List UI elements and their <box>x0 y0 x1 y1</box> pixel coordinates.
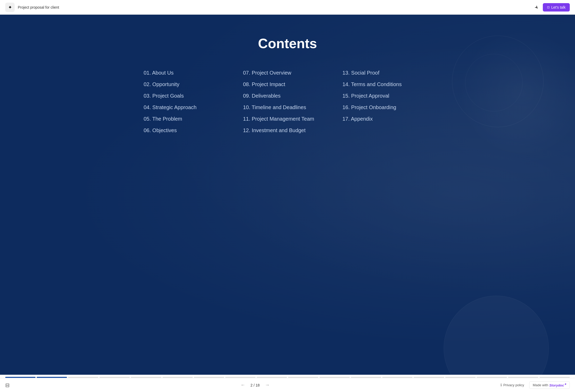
list-item[interactable]: 14. Terms and Conditions <box>342 79 431 90</box>
list-item[interactable]: 16. Project Onboarding <box>342 102 431 113</box>
contents-section: Contents 01. About Us 02. Opportunity 03… <box>0 15 575 375</box>
lets-talk-icon: ⊡ <box>547 5 550 9</box>
monitor-icon: ⊟ <box>5 382 10 388</box>
lets-talk-button[interactable]: ⊡ Let's talk <box>543 3 570 12</box>
list-item[interactable]: 06. Objectives <box>144 125 233 136</box>
logo-button[interactable]: ✦ <box>5 3 15 12</box>
footer-right: ℹ Privacy policy Made with Storydoc✦ <box>500 381 570 389</box>
privacy-policy-link[interactable]: ℹ Privacy policy <box>500 383 524 387</box>
contents-column-2: 07. Project Overview 08. Project Impact … <box>243 67 332 136</box>
made-with-label: Made with <box>533 383 548 387</box>
lets-talk-label: Let's talk <box>551 5 566 9</box>
list-item[interactable]: 11. Project Management Team <box>243 113 332 125</box>
list-item[interactable]: 07. Project Overview <box>243 67 332 79</box>
list-item[interactable]: 02. Opportunity <box>144 79 233 90</box>
contents-grid: 01. About Us 02. Opportunity 03. Project… <box>144 67 431 136</box>
list-item[interactable]: 10. Timeline and Deadlines <box>243 102 332 113</box>
app-footer: ⊟ ← 2 / 18 → ℹ Privacy policy Made with … <box>0 378 575 392</box>
send-icon[interactable]: ➤ <box>533 4 540 10</box>
app-header: ✦ Project proposal for client ➤ ⊡ Let's … <box>0 0 575 15</box>
storydoc-brand: Storydoc✦ <box>549 383 566 387</box>
privacy-policy-label: Privacy policy <box>503 383 524 387</box>
header-right: ➤ ⊡ Let's talk <box>535 3 570 12</box>
list-item[interactable]: 01. About Us <box>144 67 233 79</box>
main-content: Contents 01. About Us 02. Opportunity 03… <box>0 15 575 375</box>
list-item[interactable]: 08. Project Impact <box>243 79 332 90</box>
prev-page-button[interactable]: ← <box>238 381 247 389</box>
footer-left: ⊟ <box>5 382 10 388</box>
next-page-button[interactable]: → <box>263 381 272 389</box>
contents-column-3: 13. Social Proof 14. Terms and Condition… <box>342 67 431 136</box>
list-item[interactable]: 12. Investment and Budget <box>243 125 332 136</box>
info-icon: ℹ <box>500 383 502 387</box>
progress-bar-area <box>0 375 575 378</box>
document-title: Project proposal for client <box>18 5 59 9</box>
list-item[interactable]: 15. Project Approval <box>342 90 431 102</box>
list-item[interactable]: 03. Project Goals <box>144 90 233 102</box>
footer-center: ← 2 / 18 → <box>238 381 272 389</box>
decorative-circle-2 <box>465 54 523 111</box>
list-item[interactable]: 13. Social Proof <box>342 67 431 79</box>
page-indicator: 2 / 18 <box>250 383 260 387</box>
contents-column-1: 01. About Us 02. Opportunity 03. Project… <box>144 67 233 136</box>
list-item[interactable]: 17. Appendix <box>342 113 431 125</box>
logo-icon: ✦ <box>8 4 12 10</box>
made-with-storydoc[interactable]: Made with Storydoc✦ <box>529 381 570 389</box>
list-item[interactable]: 09. Deliverables <box>243 90 332 102</box>
header-left: ✦ Project proposal for client <box>5 3 59 12</box>
list-item[interactable]: 05. The Problem <box>144 113 233 125</box>
list-item[interactable]: 04. Strategic Approach <box>144 102 233 113</box>
